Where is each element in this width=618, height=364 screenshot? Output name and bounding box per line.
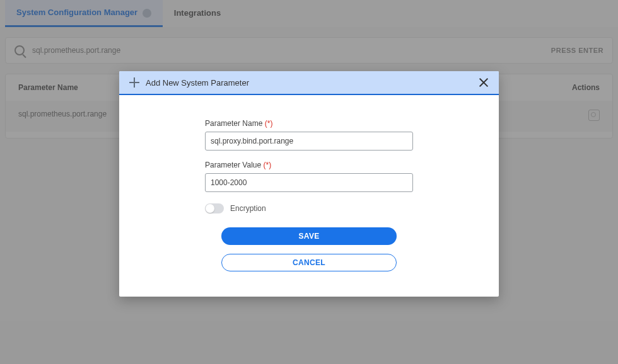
encryption-toggle[interactable] (205, 203, 224, 213)
modal-title: Add New System Parameter (146, 78, 479, 88)
encryption-toggle-row: Encryption (205, 203, 413, 213)
field-label: Parameter Name (*) (205, 119, 413, 128)
close-icon[interactable] (479, 77, 489, 88)
field-parameter-name: Parameter Name (*) (205, 119, 413, 151)
encryption-label: Encryption (230, 204, 266, 213)
toggle-knob (206, 204, 214, 213)
field-parameter-value: Parameter Value (*) (205, 161, 413, 192)
field-label: Parameter Value (*) (205, 161, 413, 169)
modal-overlay: Add New System Parameter Parameter Name … (0, 0, 618, 364)
required-mark: (*) (265, 119, 273, 128)
cancel-button[interactable]: CANCEL (221, 254, 397, 271)
required-mark: (*) (264, 161, 272, 169)
plus-icon (129, 77, 139, 88)
modal-body: Parameter Name (*) Parameter Value (*) E… (119, 95, 499, 297)
modal-header: Add New System Parameter (119, 71, 499, 95)
parameter-value-input[interactable] (205, 173, 413, 192)
parameter-name-input[interactable] (205, 132, 413, 151)
add-parameter-modal: Add New System Parameter Parameter Name … (119, 71, 499, 297)
save-button[interactable]: SAVE (221, 227, 397, 245)
